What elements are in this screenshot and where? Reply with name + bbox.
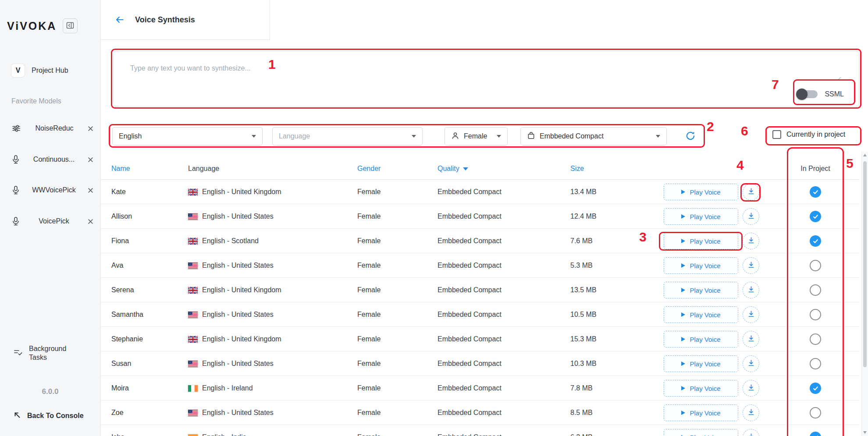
language-select[interactable]: English — [112, 127, 263, 145]
sidebar-item-project-hub[interactable]: V Project Hub — [0, 60, 100, 81]
download-voice-button[interactable] — [743, 208, 759, 225]
play-voice-label: Play Voice — [690, 213, 720, 220]
in-project-toggle[interactable] — [810, 235, 821, 247]
voice-name: Susan — [111, 351, 131, 376]
in-project-toggle[interactable] — [810, 186, 821, 198]
close-icon[interactable] — [88, 219, 93, 224]
play-icon — [681, 386, 685, 390]
download-voice-button[interactable] — [743, 380, 759, 397]
in-project-toggle[interactable] — [810, 309, 821, 320]
table-row: Serena English - United Kingdom Female E… — [101, 278, 859, 302]
in-project-toggle[interactable] — [810, 383, 821, 394]
voice-name: Zoe — [111, 401, 124, 425]
voice-gender: Female — [357, 401, 381, 425]
column-header-quality[interactable]: Quality — [438, 158, 468, 180]
mic-icon — [11, 155, 20, 164]
voice-name: Fiona — [111, 229, 129, 253]
play-voice-button[interactable]: Play Voice — [664, 184, 738, 200]
scroll-up-arrow-icon[interactable] — [863, 154, 867, 156]
sublanguage-select-placeholder: Language — [279, 132, 310, 140]
play-voice-button[interactable]: Play Voice — [664, 380, 738, 397]
currently-in-project-checkbox[interactable] — [772, 130, 781, 139]
voice-language: English - United Kingdom — [202, 335, 281, 343]
play-voice-button[interactable]: Play Voice — [664, 282, 738, 298]
download-voice-button[interactable] — [743, 331, 759, 347]
voice-size: 13.5 MB — [570, 278, 597, 302]
reset-filters-button[interactable] — [684, 130, 697, 143]
download-voice-button[interactable] — [743, 184, 759, 200]
play-icon — [681, 337, 685, 341]
voice-gender: Female — [357, 327, 381, 351]
back-to-console-button[interactable]: Back To Console — [0, 411, 100, 421]
play-voice-button[interactable]: Play Voice — [664, 233, 738, 249]
sidebar-collapse-button[interactable] — [63, 18, 78, 33]
play-voice-button[interactable]: Play Voice — [664, 257, 738, 274]
voice-language: English - India — [202, 433, 246, 436]
in-project-toggle[interactable] — [810, 211, 821, 222]
play-voice-button[interactable]: Play Voice — [664, 208, 738, 225]
quality-select-value: Embbeded Compact — [540, 132, 604, 140]
gender-select[interactable]: Female — [445, 127, 508, 145]
resize-handle[interactable] — [835, 75, 841, 81]
play-voice-button[interactable]: Play Voice — [664, 404, 738, 421]
sidebar-item-noisereduc[interactable]: NoiseReduc — [0, 119, 100, 138]
download-voice-button[interactable] — [743, 429, 759, 436]
sidebar-item-voicepick[interactable]: VoicePick — [0, 212, 100, 231]
sublanguage-select[interactable]: Language — [272, 127, 423, 145]
flag-icon — [188, 361, 198, 367]
voice-language: English - United States — [202, 213, 274, 220]
play-voice-label: Play Voice — [690, 434, 720, 436]
in-project-toggle[interactable] — [810, 358, 821, 369]
in-project-toggle[interactable] — [810, 432, 821, 436]
synthesize-text-input[interactable]: Type any text you want to synthesize... … — [113, 51, 859, 106]
in-project-toggle[interactable] — [810, 260, 821, 271]
voice-language-cell: English - United States — [188, 302, 274, 327]
gender-select-value: Female — [464, 132, 487, 140]
play-voice-button[interactable]: Play Voice — [664, 306, 738, 323]
quality-select[interactable]: Embbeded Compact — [520, 127, 667, 145]
scroll-down-arrow-icon[interactable] — [863, 431, 867, 434]
play-voice-label: Play Voice — [690, 336, 720, 343]
download-icon — [747, 187, 755, 197]
in-project-toggle[interactable] — [810, 333, 821, 345]
scrollbar-thumb[interactable] — [863, 161, 867, 367]
voice-name: Stephanie — [111, 327, 143, 351]
voice-size: 7.6 MB — [570, 229, 593, 253]
column-header-gender[interactable]: Gender — [357, 158, 381, 180]
download-voice-button[interactable] — [743, 306, 759, 323]
in-project-toggle[interactable] — [810, 284, 821, 296]
download-icon — [747, 212, 755, 221]
voice-language: English - United States — [202, 311, 274, 319]
download-voice-button[interactable] — [743, 282, 759, 298]
vertical-scrollbar[interactable] — [861, 152, 868, 436]
close-icon[interactable] — [88, 157, 93, 163]
voice-quality: Embbeded Compact — [438, 425, 502, 436]
currently-in-project-filter[interactable]: Currently in project — [772, 130, 845, 139]
column-header-name[interactable]: Name — [111, 158, 130, 180]
back-arrow-icon[interactable] — [114, 14, 125, 25]
voice-name: Serena — [111, 278, 134, 302]
sidebar-item-wwvoicepick[interactable]: WWVoicePick — [0, 181, 100, 200]
chevron-down-icon — [252, 135, 256, 138]
sidebar-item-continuous[interactable]: Continuous... — [0, 150, 100, 169]
download-voice-button[interactable] — [743, 355, 759, 372]
voice-gender: Female — [357, 278, 381, 302]
play-voice-button[interactable]: Play Voice — [664, 331, 738, 347]
project-hub-label: Project Hub — [32, 67, 68, 74]
close-icon[interactable] — [88, 188, 93, 193]
in-project-toggle[interactable] — [810, 407, 821, 418]
download-voice-button[interactable] — [743, 404, 759, 421]
voice-name: Kate — [111, 180, 126, 204]
sidebar-item-background-tasks[interactable]: Background Tasks — [0, 344, 100, 362]
flag-icon — [188, 312, 198, 318]
project-hub-icon: V — [11, 64, 25, 77]
close-icon[interactable] — [88, 126, 93, 131]
play-voice-button[interactable]: Play Voice — [664, 429, 738, 436]
flag-icon — [188, 189, 198, 195]
ssml-toggle[interactable] — [797, 90, 818, 98]
column-header-size[interactable]: Size — [570, 158, 584, 180]
download-icon — [747, 432, 755, 436]
play-voice-button[interactable]: Play Voice — [664, 355, 738, 372]
download-voice-button[interactable] — [743, 233, 759, 249]
download-voice-button[interactable] — [743, 257, 759, 274]
